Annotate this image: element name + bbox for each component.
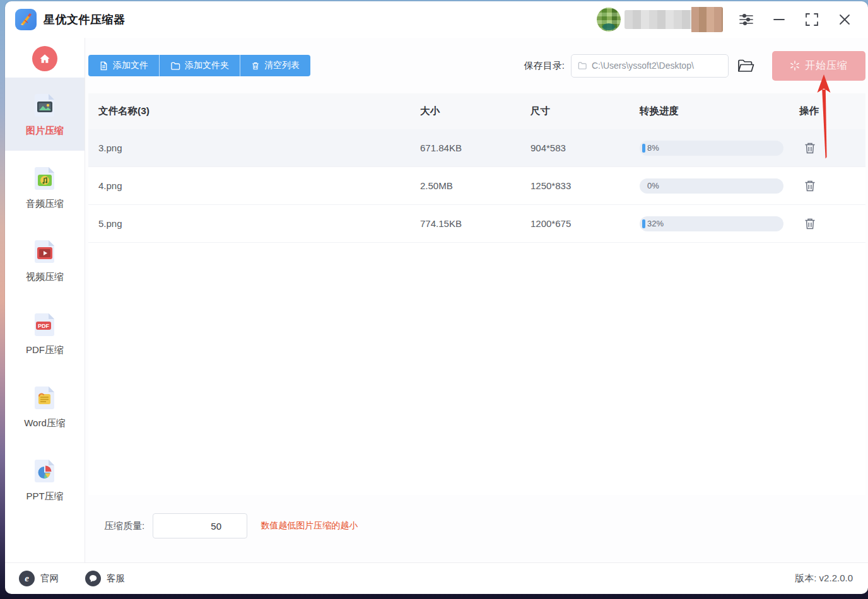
add-file-label: 添加文件 bbox=[113, 60, 148, 71]
delete-row-button[interactable] bbox=[802, 216, 818, 232]
minimize-button[interactable] bbox=[770, 10, 789, 29]
save-dir-label: 保存目录: bbox=[524, 60, 565, 72]
folder-icon bbox=[577, 61, 587, 70]
table-header: 文件名称(3) 大小 尺寸 转换进度 操作 bbox=[88, 93, 865, 129]
file-dims: 1250*833 bbox=[531, 180, 640, 191]
footer: e 官网 客服 版本: v2.2.0.0 bbox=[5, 562, 868, 594]
add-folder-label: 添加文件夹 bbox=[185, 60, 229, 71]
col-dims: 尺寸 bbox=[531, 105, 640, 118]
col-actions: 操作 bbox=[799, 105, 865, 118]
file-actions-group: 添加文件 添加文件夹 清空列表 bbox=[88, 55, 310, 76]
toolbar: 添加文件 添加文件夹 清空列表 保存目录: bbox=[85, 38, 868, 93]
delete-row-button[interactable] bbox=[802, 178, 818, 194]
start-compress-label: 开始压缩 bbox=[805, 59, 848, 73]
app-logo-icon bbox=[15, 9, 37, 30]
quality-note: 数值越低图片压缩的越小 bbox=[261, 520, 358, 532]
video-file-icon bbox=[31, 238, 59, 265]
col-size: 大小 bbox=[420, 105, 531, 118]
progress-bar: 0% bbox=[640, 178, 783, 194]
table-row: 4.png 2.50MB 1250*833 0% bbox=[88, 167, 865, 205]
progress-fill bbox=[642, 219, 645, 228]
spinner-icon bbox=[790, 61, 800, 71]
col-progress: 转换进度 bbox=[640, 105, 799, 118]
app-title: 星优文件压缩器 bbox=[44, 12, 126, 27]
sidebar-item-label: 音频压缩 bbox=[26, 198, 64, 210]
close-button[interactable] bbox=[835, 10, 854, 29]
titlebar: 星优文件压缩器 bbox=[5, 1, 868, 38]
file-table: 文件名称(3) 大小 尺寸 转换进度 操作 3.png 671.84KB 904… bbox=[88, 93, 865, 495]
file-name: 5.png bbox=[88, 218, 420, 229]
quality-label: 压缩质量: bbox=[104, 520, 144, 532]
sidebar: 图片压缩 音频压缩 bbox=[5, 38, 85, 562]
sidebar-item-ppt-compress[interactable]: PPT压缩 bbox=[5, 443, 85, 516]
settings-sliders-icon[interactable] bbox=[737, 10, 756, 29]
sidebar-item-audio-compress[interactable]: 音频压缩 bbox=[5, 151, 85, 224]
file-size: 774.15KB bbox=[420, 218, 531, 229]
audio-file-icon bbox=[31, 165, 59, 192]
file-dims: 1200*675 bbox=[531, 218, 640, 229]
sidebar-item-label: Word压缩 bbox=[24, 417, 66, 429]
quality-row: 压缩质量: 数值越低图片压缩的越小 bbox=[85, 513, 868, 538]
browser-e-icon: e bbox=[19, 571, 35, 586]
trash-icon bbox=[803, 217, 817, 231]
progress-fill bbox=[642, 144, 645, 153]
progress-bar: 32% bbox=[640, 216, 783, 231]
delete-row-button[interactable] bbox=[802, 140, 818, 156]
maximize-button[interactable] bbox=[802, 10, 821, 29]
username-redacted bbox=[625, 10, 723, 29]
browse-folder-button[interactable] bbox=[736, 56, 755, 75]
add-folder-button[interactable]: 添加文件夹 bbox=[159, 55, 240, 76]
table-row: 3.png 671.84KB 904*583 8% bbox=[88, 129, 865, 167]
sidebar-item-video-compress[interactable]: 视频压缩 bbox=[5, 224, 85, 297]
trash-icon bbox=[803, 179, 817, 193]
progress-label: 0% bbox=[647, 181, 659, 190]
add-file-button[interactable]: 添加文件 bbox=[88, 55, 159, 76]
sidebar-item-label: 视频压缩 bbox=[26, 271, 64, 283]
folder-open-icon bbox=[737, 59, 754, 73]
customer-support-link[interactable]: 客服 bbox=[85, 571, 125, 586]
customer-support-label: 客服 bbox=[107, 573, 125, 584]
version-text: 版本: v2.2.0.0 bbox=[795, 573, 853, 584]
trash-icon bbox=[251, 61, 260, 71]
progress-label: 32% bbox=[647, 219, 664, 228]
sidebar-item-image-compress[interactable]: 图片压缩 bbox=[5, 78, 85, 151]
official-site-link[interactable]: e 官网 bbox=[19, 571, 59, 586]
save-dir-input[interactable] bbox=[592, 61, 722, 71]
sidebar-item-pdf-compress[interactable]: PDF PDF压缩 bbox=[5, 297, 85, 370]
quality-stepper bbox=[153, 513, 247, 538]
sidebar-item-label: PPT压缩 bbox=[26, 491, 63, 503]
image-file-icon bbox=[31, 91, 59, 119]
clear-list-button[interactable]: 清空列表 bbox=[240, 55, 310, 76]
file-name: 3.png bbox=[88, 142, 420, 153]
file-size: 671.84KB bbox=[420, 142, 531, 153]
word-file-icon bbox=[31, 384, 59, 412]
sidebar-item-word-compress[interactable]: Word压缩 bbox=[5, 370, 85, 443]
folder-icon bbox=[170, 61, 180, 71]
clear-list-label: 清空列表 bbox=[264, 60, 300, 71]
official-site-label: 官网 bbox=[40, 573, 59, 584]
col-filename: 文件名称(3) bbox=[88, 105, 420, 118]
pdf-file-icon: PDF bbox=[31, 311, 59, 339]
progress-bar: 8% bbox=[640, 141, 783, 156]
file-size: 2.50MB bbox=[420, 180, 531, 191]
ppt-file-icon bbox=[31, 457, 59, 485]
app-window: 星优文件压缩器 bbox=[5, 1, 868, 594]
user-avatar[interactable] bbox=[597, 8, 621, 32]
sidebar-item-label: PDF压缩 bbox=[26, 344, 64, 356]
sidebar-item-label: 图片压缩 bbox=[26, 125, 64, 137]
chat-bubble-icon bbox=[85, 571, 101, 586]
progress-label: 8% bbox=[647, 143, 659, 153]
save-dir-field[interactable] bbox=[571, 54, 729, 78]
start-compress-button[interactable]: 开始压缩 bbox=[772, 51, 865, 81]
quality-input[interactable] bbox=[153, 514, 247, 538]
trash-icon bbox=[803, 141, 817, 155]
table-row: 5.png 774.15KB 1200*675 32% bbox=[88, 205, 865, 243]
file-name: 4.png bbox=[88, 180, 420, 191]
home-button[interactable] bbox=[32, 46, 57, 71]
document-icon bbox=[99, 61, 108, 71]
file-dims: 904*583 bbox=[531, 142, 640, 153]
main-panel: 添加文件 添加文件夹 清空列表 保存目录: bbox=[85, 38, 868, 562]
svg-text:PDF: PDF bbox=[38, 323, 50, 329]
